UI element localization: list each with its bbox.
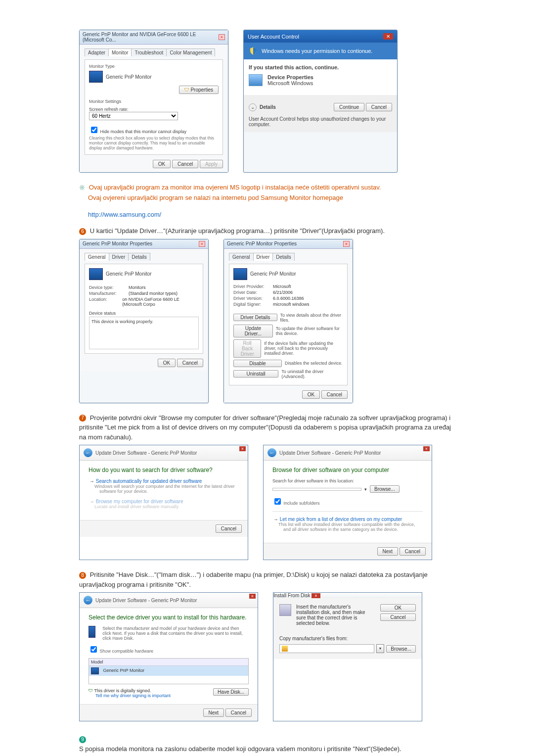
hide-modes-description: Clearing this check box allows you to se… xyxy=(89,136,219,150)
copy-from-label: Copy manufacturer's files from: xyxy=(279,636,416,641)
option-browse[interactable]: → Browse my computer for driver software… xyxy=(89,499,239,509)
close-icon[interactable]: × xyxy=(423,446,430,451)
next-button[interactable]: Next xyxy=(377,547,399,556)
show-compatible-checkbox[interactable] xyxy=(90,646,97,653)
details-button[interactable]: Details xyxy=(260,104,276,110)
uac-headline: Windows needs your permission to contion… xyxy=(262,48,372,54)
tab-details[interactable]: Details xyxy=(128,253,150,261)
uac-started: If you started this action, continue. xyxy=(249,64,392,70)
close-icon[interactable]: ✕ xyxy=(383,33,393,40)
cancel-button[interactable]: Cancel xyxy=(216,524,242,533)
update-driver-wizard-search: ← Update Driver Software - Generic PnP M… xyxy=(79,445,248,560)
pnp-properties-driver-dialog: Generic PnP Monitor Properties × General… xyxy=(223,239,353,403)
back-icon[interactable]: ← xyxy=(267,448,276,457)
step9-text: S popisa modela monitora na zaslonu odab… xyxy=(79,745,401,753)
tab-details[interactable]: Details xyxy=(272,253,295,261)
pnp-properties-general-dialog: Generic PnP Monitor Properties × General… xyxy=(79,239,209,403)
browse-button[interactable]: Browse... xyxy=(386,645,416,653)
cancel-button[interactable]: Cancel xyxy=(225,709,252,717)
monitor-icon xyxy=(233,268,247,280)
next-button[interactable]: Next xyxy=(203,709,224,717)
option-let-me-pick[interactable]: → Let me pick from a list of device driv… xyxy=(272,517,423,532)
signed-label: This driver is digitally signed. xyxy=(94,688,151,693)
uac-publisher: Microsoft Windows xyxy=(267,80,313,86)
select-driver-wizard: ← Update Driver Software - Generic PnP M… xyxy=(79,592,258,721)
tab-driver[interactable]: Driver xyxy=(253,253,273,261)
back-icon[interactable]: ← xyxy=(84,448,92,457)
option-search-auto[interactable]: → Search automatically for updated drive… xyxy=(89,478,239,494)
disk-icon xyxy=(279,604,291,616)
dialog-title: Generic PnP Monitor Properties xyxy=(83,241,152,246)
model-item[interactable]: Generic PnP Monitor xyxy=(89,666,248,676)
close-icon[interactable]: × xyxy=(249,594,256,599)
ifd-message: Insert the manufacturer's installation d… xyxy=(296,604,375,626)
refresh-rate-label: Screen refresh rate: xyxy=(89,107,219,112)
path-combobox[interactable] xyxy=(279,644,374,653)
wizard-crumb: Update Driver Software - Generic PnP Mon… xyxy=(95,450,197,456)
tab-color-management[interactable]: Color Management xyxy=(166,48,215,56)
close-icon[interactable]: × xyxy=(239,446,246,451)
hide-modes-checkbox[interactable] xyxy=(91,127,97,133)
tab-monitor[interactable]: Monitor xyxy=(108,48,132,56)
hide-modes-label: Hide modes that this monitor cannot disp… xyxy=(100,129,187,134)
back-icon[interactable]: ← xyxy=(84,596,92,605)
path-input[interactable] xyxy=(272,488,361,491)
step6-icon: 6 xyxy=(79,228,86,235)
cancel-button[interactable]: Cancel xyxy=(177,359,203,367)
cancel-button[interactable]: Cancel xyxy=(366,103,392,111)
close-icon[interactable]: × xyxy=(199,241,205,247)
wizard-desc: Select the manufacturer and model of you… xyxy=(102,626,249,641)
cancel-button[interactable]: Cancel xyxy=(380,614,416,621)
monitor-icon xyxy=(89,268,103,280)
close-icon[interactable]: × xyxy=(219,34,225,40)
update-driver-wizard-browse: ← Update Driver Software - Generic PnP M… xyxy=(263,445,432,560)
ok-button[interactable]: OK xyxy=(302,390,320,399)
step7-text: Provjerite potvrdni okvir "Browse my com… xyxy=(79,414,451,441)
close-icon[interactable]: × xyxy=(343,241,350,247)
wizard-question: Browse for driver software on your compu… xyxy=(272,467,423,473)
step8-text: Pritisnite "Have Disk…"("Imam disk…") i … xyxy=(79,571,428,588)
monitor-type-label: Monitor Type xyxy=(89,64,219,69)
signing-link[interactable]: Tell me why driver signing is important xyxy=(95,693,171,698)
tab-troubleshoot[interactable]: Troubleshoot xyxy=(131,48,167,56)
close-icon[interactable]: × xyxy=(312,593,320,598)
cancel-button[interactable]: Cancel xyxy=(400,547,426,556)
ok-button[interactable]: OK xyxy=(153,160,171,168)
uac-footer: User Account Control helps stop unauthor… xyxy=(249,116,392,127)
uninstall-button[interactable]: Uninstall xyxy=(233,370,278,378)
cancel-button[interactable]: Cancel xyxy=(172,160,198,168)
ok-button[interactable]: OK xyxy=(380,604,416,612)
disable-button[interactable]: Disable xyxy=(233,360,282,367)
refresh-rate-select[interactable]: 60 Hertz xyxy=(89,112,178,120)
apply-button[interactable]: Apply xyxy=(200,160,223,168)
folder-icon xyxy=(282,646,288,652)
device-name: Generic PnP Monitor xyxy=(106,271,152,276)
monitor-properties-dialog: Generic PnP Monitor and NVIDIA GeForce 6… xyxy=(79,30,228,173)
tab-general[interactable]: General xyxy=(85,253,109,261)
monitor-icon xyxy=(89,71,103,83)
program-icon xyxy=(249,74,263,86)
rollback-button[interactable]: Roll Back Driver xyxy=(233,339,261,358)
device-status-label: Device status xyxy=(89,311,199,316)
chevron-down-icon[interactable]: ▾ xyxy=(376,644,384,653)
continue-button[interactable]: Continue xyxy=(334,103,364,111)
monitor-settings-label: Monitor Settings xyxy=(89,99,219,104)
samsung-link[interactable]: http://www.samsung.com/ xyxy=(88,211,161,218)
tab-general[interactable]: General xyxy=(229,253,254,261)
tab-driver[interactable]: Driver xyxy=(109,253,129,261)
step5-note: ※ Ovaj upravljački program za monitor im… xyxy=(79,183,455,219)
dialog-title: Generic PnP Monitor and NVIDIA GeForce 6… xyxy=(83,32,219,43)
device-name: Generic PnP Monitor xyxy=(250,271,296,276)
ok-button[interactable]: OK xyxy=(158,359,176,367)
browse-button[interactable]: Browse... xyxy=(370,485,400,493)
update-driver-button[interactable]: Update Driver... xyxy=(233,325,273,337)
tab-adapter[interactable]: Adapter xyxy=(85,48,109,56)
include-subfolders-checkbox[interactable] xyxy=(274,498,281,505)
dialog-title: Install From Disk xyxy=(273,593,310,598)
cancel-button[interactable]: Cancel xyxy=(321,390,348,399)
properties-button[interactable]: 🛡 Properties xyxy=(179,86,219,94)
uac-title: User Account Control xyxy=(248,34,299,40)
have-disk-button[interactable]: Have Disk... xyxy=(213,688,249,696)
chevron-down-icon[interactable]: ⌄ xyxy=(249,103,257,111)
driver-details-button[interactable]: Driver Details xyxy=(233,314,277,321)
